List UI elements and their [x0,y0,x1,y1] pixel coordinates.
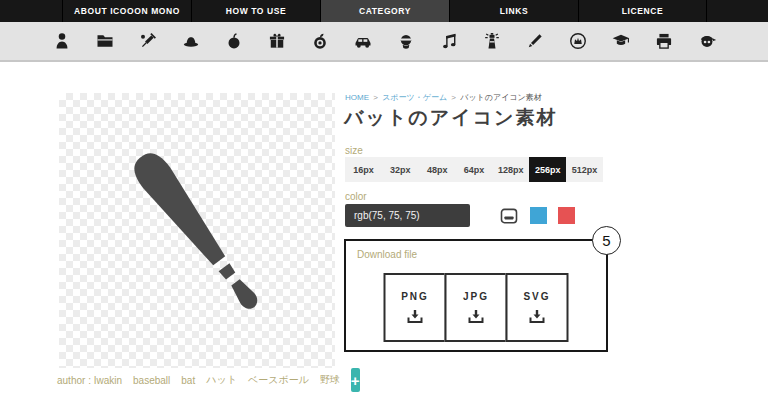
graduation-cap-icon[interactable] [611,31,631,51]
red-swatch[interactable] [558,207,575,224]
breadcrumb-home[interactable]: HOME [345,93,369,102]
download-svg-button[interactable]: SVG [506,273,569,342]
tag-row: author : Iwakin baseball bat ハット ベースボール … [57,368,335,392]
breadcrumb-current: バットのアイコン素材 [460,93,542,102]
crown-icon[interactable] [568,31,588,51]
breadcrumb: HOME > スポーツ・ゲーム > バットのアイコン素材 [345,92,542,103]
size-option-512px[interactable]: 512px [566,157,603,182]
category-icon-bar [0,22,768,62]
tag-yakyu[interactable]: 野球 [320,373,340,387]
tag-baseball-jp[interactable]: ベースボール [248,373,309,387]
tag-bat[interactable]: bat [181,375,195,386]
folder-icon[interactable] [95,31,115,51]
top-nav: ABOUT ICOOON MONO HOW TO USE CATEGORY LI… [0,0,768,22]
hat-icon[interactable] [181,31,201,51]
size-option-256px[interactable]: 256px [529,157,566,182]
face-icon[interactable] [396,31,416,51]
download-svg-label: SVG [523,291,550,302]
apple-icon[interactable] [224,31,244,51]
color-picker-icon[interactable] [499,206,519,226]
download-png-label: PNG [401,291,429,302]
color-label: color [345,191,367,202]
size-option-16px[interactable]: 16px [345,157,382,182]
add-tag-button[interactable]: + [351,368,360,392]
download-png-button[interactable]: PNG [384,273,447,342]
printer-icon[interactable] [654,31,674,51]
gift-icon[interactable] [267,31,287,51]
pirate-skull-icon[interactable] [697,31,717,51]
color-value-input[interactable]: rgb(75, 75, 75) [345,204,470,227]
pencil-icon[interactable] [525,31,545,51]
size-option-128px[interactable]: 128px [492,157,529,182]
medical-syringe-icon[interactable] [138,31,158,51]
download-icon [529,309,546,324]
download-icon [468,309,485,324]
nav-tab-about[interactable]: ABOUT ICOOON MONO [62,0,191,22]
color-row: rgb(75, 75, 75) [345,204,575,227]
size-option-48px[interactable]: 48px [419,157,456,182]
nav-tab-category[interactable]: CATEGORY [320,0,449,22]
baseball-bat-icon [59,93,335,368]
tag-author[interactable]: author : Iwakin [57,375,122,386]
nav-tab-licence[interactable]: LICENCE [578,0,707,22]
page-title: バットのアイコン素材 [344,105,558,131]
icon-preview-canvas [59,93,335,368]
tag-baseball[interactable]: baseball [133,375,170,386]
tag-hat[interactable]: ハット [206,373,237,387]
size-selector: 16px 32px 48px 64px 128px 256px 512px [345,157,603,182]
nav-tab-how-to-use[interactable]: HOW TO USE [191,0,320,22]
size-option-32px[interactable]: 32px [382,157,419,182]
download-jpg-button[interactable]: JPG [445,273,508,342]
download-file-label: Download file [357,249,417,260]
pot-leaf-icon[interactable] [310,31,330,51]
blue-swatch[interactable] [530,207,547,224]
size-label: size [345,145,363,156]
breadcrumb-separator: > [451,93,456,102]
download-icon [407,309,424,324]
breadcrumb-separator: > [373,93,378,102]
car-icon[interactable] [353,31,373,51]
size-option-64px[interactable]: 64px [456,157,493,182]
page: ABOUT ICOOON MONO HOW TO USE CATEGORY LI… [0,0,768,406]
lighthouse-icon[interactable] [482,31,502,51]
breadcrumb-sports-game[interactable]: スポーツ・ゲーム [382,93,447,102]
music-note-icon[interactable] [439,31,459,51]
download-jpg-label: JPG [463,291,489,302]
nav-tab-links[interactable]: LINKS [449,0,578,22]
annotation-number-badge: 5 [592,226,621,255]
download-buttons: PNG JPG SVG [384,273,569,342]
download-section: Download file PNG JPG SVG 5 [344,239,608,352]
person-icon[interactable] [52,31,72,51]
